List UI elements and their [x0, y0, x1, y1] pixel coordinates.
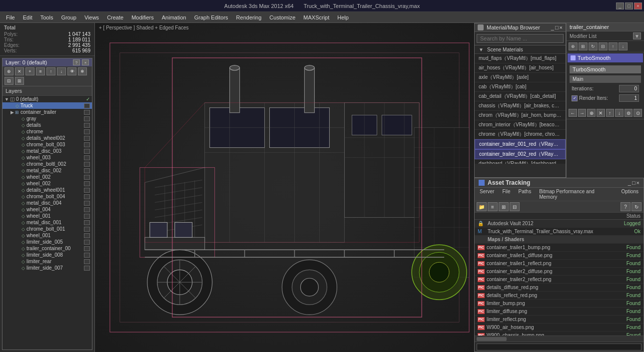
- layer-item[interactable]: ◇wheel_004: [2, 206, 92, 213]
- layer-item[interactable]: ◇details_wheel001: [2, 187, 92, 193]
- layer-tb-freeze[interactable]: ❄: [78, 67, 87, 75]
- mat-item[interactable]: container_trailer_001_red（VRayMtl）[trail…: [475, 139, 566, 149]
- layer-tb-vis[interactable]: 👁: [67, 67, 76, 75]
- layer-item[interactable]: ◇wheel_002: [2, 180, 92, 187]
- asset-tb-folder[interactable]: 📁: [477, 202, 487, 211]
- layer-item[interactable]: ◇gray: [2, 115, 92, 122]
- mat-item[interactable]: mud_flaps（VRayMtl）[mud_flaps]: [475, 54, 566, 63]
- layer-item[interactable]: ◇chrome_boltl_002: [2, 161, 92, 167]
- layer-item[interactable]: ◇limiter_side_007: [2, 265, 92, 271]
- mat-item[interactable]: cab（VRayMtl）[cab]: [475, 82, 566, 92]
- layer-item[interactable]: ◇Truck: [2, 102, 92, 109]
- menu-rendering[interactable]: Rendering: [232, 13, 266, 21]
- mat-browser-minimize[interactable]: _: [551, 24, 554, 30]
- menu-create[interactable]: Create: [103, 13, 127, 21]
- menu-help[interactable]: Help: [333, 13, 353, 21]
- mod-list-dropdown[interactable]: ▼: [633, 32, 641, 39]
- asset-row[interactable]: PIClimiter_reflect.pngFound: [475, 316, 644, 324]
- layer-item[interactable]: ◇metal_disc_003: [2, 148, 92, 154]
- layer-item[interactable]: ◇limiter_side_005: [2, 239, 92, 245]
- layer-item[interactable]: ◇metal_disc_004: [2, 200, 92, 206]
- asset-row[interactable]: PICcontainer_trailer1_diffuse.pngFound: [475, 252, 644, 260]
- asset-tb-refresh[interactable]: ↻: [632, 202, 642, 211]
- asset-row[interactable]: PIClimiter_bump.pngFound: [475, 300, 644, 308]
- minimize-btn[interactable]: _: [616, 2, 624, 9]
- render-iters-checkbox[interactable]: [572, 95, 578, 101]
- mat-item[interactable]: chrome（VRayMtl）[chrome, chrome_bolt_001,…: [475, 130, 566, 139]
- mat-item[interactable]: chrom（VRayMtl）[air_horn, bumper, edging_…: [475, 111, 566, 120]
- mod-tb-7[interactable]: ⊚: [625, 109, 633, 117]
- layer-item[interactable]: ◇trailer_container_00: [2, 245, 92, 252]
- asset-scrollbar[interactable]: [475, 336, 644, 342]
- layer-item[interactable]: ▼◫0 (default)✓: [2, 96, 92, 102]
- turbosmooth-entry[interactable]: TurboSmooth: [568, 53, 643, 62]
- layer-tb-del[interactable]: ✕: [15, 67, 24, 75]
- layer-item[interactable]: ◇wheel_001: [2, 232, 92, 239]
- asset-row[interactable]: PICW900_air_hoses.pngFound: [475, 324, 644, 332]
- layer-list[interactable]: ▼◫0 (default)✓◇Truck▶⊞container_trailer◇…: [2, 96, 92, 350]
- asset-row[interactable]: PICW900_chassis_bump.pngFound: [475, 332, 644, 336]
- maximize-btn[interactable]: □: [625, 2, 633, 9]
- mod-tb-2[interactable]: →: [578, 109, 587, 117]
- layer-item[interactable]: ◇details: [2, 122, 92, 128]
- layer-item[interactable]: ◇chrome_bolt_003: [2, 141, 92, 148]
- asset-list[interactable]: 🔒Autodesk Vault 2012LoggedMTruck_with_Te…: [475, 220, 644, 336]
- asset-close[interactable]: ×: [637, 180, 640, 186]
- layer-item[interactable]: ◇metal_disc_002: [2, 167, 92, 174]
- mat-item[interactable]: air_hoses（VRayMtl）[air_hoses]: [475, 63, 566, 73]
- asset-row[interactable]: PICcontainer_trailer1_bump.pngFound: [475, 244, 644, 252]
- layer-close-btn[interactable]: ×: [82, 59, 89, 65]
- asset-maximize[interactable]: □: [632, 180, 636, 186]
- mat-item[interactable]: cab_detail（VRayMtl）[cab_detail]: [475, 92, 566, 101]
- menu-tools[interactable]: Tools: [36, 13, 57, 21]
- mat-item[interactable]: chrom_interior（VRayMtl）[beacons_body_01,…: [475, 120, 566, 130]
- mat-browser-controls[interactable]: _ □ ×: [551, 24, 563, 30]
- layer-tb-color[interactable]: ⊞: [15, 77, 24, 85]
- asset-tb-grid[interactable]: ⊞: [499, 202, 509, 211]
- asset-row[interactable]: Maps / Shaders: [475, 236, 644, 244]
- mod-tb-5[interactable]: ↑: [606, 109, 615, 117]
- iterations-input[interactable]: [619, 85, 639, 92]
- asset-row[interactable]: PICcontainer_trailer2_reflect.pngFound: [475, 276, 644, 284]
- menu-edit[interactable]: Edit: [19, 13, 36, 21]
- layer-item[interactable]: ◇wheel_001: [2, 213, 92, 219]
- mat-search-input[interactable]: [477, 34, 564, 43]
- asset-win-controls[interactable]: _ □ ×: [628, 180, 640, 186]
- asset-menu-server[interactable]: Server: [477, 188, 497, 200]
- mat-list[interactable]: mud_flaps（VRayMtl）[mud_flaps]air_hoses（V…: [475, 54, 566, 164]
- asset-row[interactable]: MTruck_with_Terminal_Trailer_Chassis_vra…: [475, 228, 644, 236]
- asset-row[interactable]: PICcontainer_trailer1_reflect.pngFound: [475, 260, 644, 268]
- layer-help-btn[interactable]: ?: [73, 59, 80, 65]
- menu-customize[interactable]: Customize: [265, 13, 299, 21]
- mod-icon-1[interactable]: ⊕: [569, 42, 578, 50]
- asset-menu-bitmap[interactable]: Bitmap Performance and Memory: [536, 188, 616, 200]
- layer-tb-add[interactable]: +: [25, 67, 34, 75]
- mod-tb-3[interactable]: ⊕: [587, 109, 596, 117]
- mod-icon-6[interactable]: ↓: [619, 42, 628, 50]
- menu-views[interactable]: Views: [80, 13, 103, 21]
- layer-tb-down[interactable]: ↓: [57, 67, 66, 75]
- asset-row[interactable]: PICdetails_diffuse_red.pngFound: [475, 284, 644, 292]
- close-btn[interactable]: ×: [634, 2, 642, 9]
- layer-tb-up[interactable]: ↑: [46, 67, 55, 75]
- asset-menu-file[interactable]: File: [499, 188, 513, 200]
- asset-scroll-thumb[interactable]: [477, 337, 507, 341]
- menu-group[interactable]: Group: [57, 13, 80, 21]
- mat-item[interactable]: chassis（VRayMtl）[air_brakes, chassis, fi…: [475, 101, 566, 111]
- menu-graph-editors[interactable]: Graph Editors: [190, 13, 232, 21]
- asset-tb-list[interactable]: ≡: [488, 202, 498, 211]
- layer-item[interactable]: ▶⊞container_trailer: [2, 109, 92, 115]
- layer-item[interactable]: ◇wheel_003: [2, 154, 92, 161]
- menu-modifiers[interactable]: Modifiers: [127, 13, 158, 21]
- truck-canvas[interactable]: [95, 23, 474, 352]
- mod-icon-3[interactable]: ↻: [589, 42, 598, 50]
- layer-tb-list[interactable]: ≡: [36, 67, 45, 75]
- layer-header-controls[interactable]: ? ×: [73, 59, 89, 65]
- mat-item[interactable]: dashboard（VRayMtl）[dashboard_detail_1]: [475, 159, 566, 164]
- menu-maxscript[interactable]: MAXScript: [299, 13, 333, 21]
- mat-item[interactable]: container_trailer_002_red（VRayMtl）[trail…: [475, 149, 566, 159]
- layer-item[interactable]: ◇metal_disc_001: [2, 219, 92, 226]
- asset-row[interactable]: PICcontainer_trailer2_diffuse.pngFound: [475, 268, 644, 276]
- layer-item[interactable]: ◇details_wheel002: [2, 135, 92, 141]
- asset-minimize[interactable]: _: [628, 180, 631, 186]
